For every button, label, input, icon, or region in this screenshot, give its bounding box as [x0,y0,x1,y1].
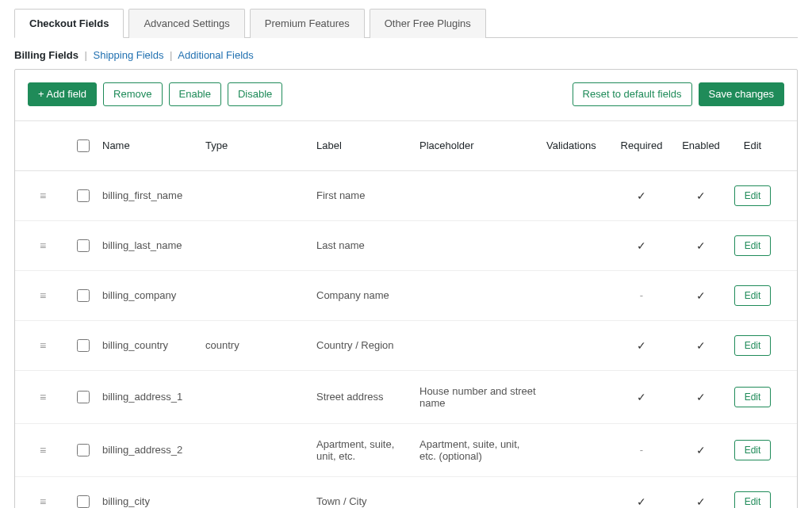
check-icon: ✓ [696,339,706,352]
row-label: Town / City [316,495,419,507]
tab-advanced-settings[interactable]: Advanced Settings [128,9,244,38]
row-checkbox[interactable] [77,239,90,252]
check-icon: ✓ [696,289,706,302]
row-enabled: ✓ [673,444,729,456]
col-label: Label [316,139,419,151]
check-icon: ✓ [637,495,646,508]
row-checkbox[interactable] [77,189,90,202]
subnav-additional[interactable]: Additional Fields [178,49,253,61]
row-label: First name [316,189,419,201]
row-checkbox[interactable] [77,289,90,302]
row-placeholder: Apartment, suite, unit, etc. (optional) [419,438,546,462]
row-label: Company name [316,289,419,301]
col-edit: Edit [729,139,776,151]
row-required: ✓ [610,495,673,508]
row-enabled: ✓ [673,189,729,202]
row-name: billing_city [102,495,205,507]
fields-panel: + Add field Remove Enable Disable Reset … [14,69,798,508]
col-validations: Validations [546,139,610,151]
dash-icon: - [640,289,643,301]
row-enabled: ✓ [673,339,729,352]
toolbar: + Add field Remove Enable Disable Reset … [15,70,797,120]
select-all-checkbox[interactable] [77,139,90,152]
row-name: billing_address_1 [102,391,205,403]
row-name: billing_last_name [102,239,205,251]
check-icon: ✓ [696,239,706,252]
edit-button[interactable]: Edit [734,491,772,508]
table-body: ≡billing_first_nameFirst name✓✓Edit≡bill… [15,171,797,508]
save-button[interactable]: Save changes [699,82,784,106]
table-header: Name Type Label Placeholder Validations … [15,120,797,171]
row-required: ✓ [610,339,673,352]
tab-other-free-plugins[interactable]: Other Free Plugins [370,9,486,38]
top-tabs: Checkout Fields Advanced Settings Premiu… [14,8,798,38]
sub-navigation: Billing Fields | Shipping Fields | Addit… [14,38,798,69]
drag-handle-icon[interactable]: ≡ [23,189,63,202]
row-required: - [610,444,673,456]
check-icon: ✓ [637,339,646,352]
edit-button[interactable]: Edit [734,235,772,256]
row-label: Country / Region [316,339,419,351]
row-placeholder: House number and street name [419,385,546,409]
row-name: billing_company [102,289,205,301]
add-field-button[interactable]: + Add field [28,82,97,106]
row-enabled: ✓ [673,289,729,302]
table-row: ≡billing_countrycountryCountry / Region✓… [15,321,797,371]
table-row: ≡billing_last_nameLast name✓✓Edit [15,221,797,271]
edit-button[interactable]: Edit [734,285,772,306]
row-required: - [610,289,673,301]
drag-handle-icon[interactable]: ≡ [23,239,63,252]
row-label: Street address [316,391,419,403]
row-checkbox[interactable] [77,391,90,403]
check-icon: ✓ [637,391,646,403]
row-enabled: ✓ [673,239,729,252]
check-icon: ✓ [696,391,706,403]
row-required: ✓ [610,239,673,252]
drag-handle-icon[interactable]: ≡ [23,495,63,508]
disable-button[interactable]: Disable [228,82,282,106]
table-row: ≡billing_first_nameFirst name✓✓Edit [15,171,797,221]
table-row: ≡billing_address_1Street addressHouse nu… [15,371,797,424]
separator: | [170,49,172,61]
tab-checkout-fields[interactable]: Checkout Fields [14,9,124,38]
check-icon: ✓ [696,495,706,508]
row-label: Last name [316,239,419,251]
table-row: ≡billing_cityTown / City✓✓Edit [15,477,797,508]
check-icon: ✓ [696,189,706,202]
tab-premium-features[interactable]: Premium Features [250,9,365,38]
table-row: ≡billing_companyCompany name-✓Edit [15,271,797,321]
drag-handle-icon[interactable]: ≡ [23,444,63,456]
subnav-shipping[interactable]: Shipping Fields [94,49,164,61]
row-checkbox[interactable] [77,495,90,508]
edit-button[interactable]: Edit [734,185,772,206]
col-type: Type [205,139,316,151]
row-name: billing_first_name [102,189,205,201]
row-enabled: ✓ [673,495,729,508]
check-icon: ✓ [637,239,646,252]
col-enabled: Enabled [673,139,729,151]
drag-handle-icon[interactable]: ≡ [23,339,63,352]
row-required: ✓ [610,391,673,403]
dash-icon: - [640,444,643,456]
enable-button[interactable]: Enable [169,82,221,106]
row-required: ✓ [610,189,673,202]
row-name: billing_address_2 [102,444,205,456]
table-row: ≡billing_address_2Apartment, suite, unit… [15,424,797,477]
row-type: country [205,339,316,351]
col-name: Name [102,139,205,151]
edit-button[interactable]: Edit [734,440,772,460]
row-checkbox[interactable] [77,339,90,352]
remove-button[interactable]: Remove [103,82,162,106]
drag-handle-icon[interactable]: ≡ [23,391,63,403]
edit-button[interactable]: Edit [734,335,772,356]
row-checkbox[interactable] [77,444,90,456]
drag-handle-icon[interactable]: ≡ [23,289,63,302]
check-icon: ✓ [637,189,646,202]
reset-button[interactable]: Reset to default fields [573,82,692,106]
col-placeholder: Placeholder [419,139,546,151]
edit-button[interactable]: Edit [734,387,772,407]
subnav-billing[interactable]: Billing Fields [14,49,79,61]
check-icon: ✓ [696,444,706,456]
separator: | [85,49,87,61]
row-enabled: ✓ [673,391,729,403]
